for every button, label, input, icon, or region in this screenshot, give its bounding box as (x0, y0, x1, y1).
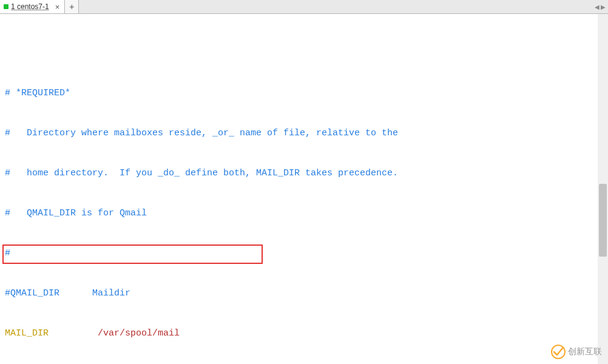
vertical-scrollbar[interactable] (598, 14, 608, 364)
file-line-mail-dir: MAIL_DIR/var/spool/mail (5, 327, 598, 340)
tab-close-button[interactable]: × (55, 2, 60, 12)
file-line: #QMAIL_DIR Maildir (5, 287, 598, 300)
terminal-wrap: # *REQUIRED* # Directory where mailboxes… (0, 14, 608, 364)
scrollbar-thumb[interactable] (599, 184, 607, 257)
file-line: # *REQUIRED* (5, 87, 598, 100)
file-line (5, 47, 598, 60)
terminal-tab[interactable]: 1 centos7-1 × (0, 0, 65, 13)
status-dot-icon (4, 4, 8, 9)
tab-nav-left-icon[interactable]: ◀ (595, 4, 600, 10)
file-line: # Directory where mailboxes reside, _or_… (5, 127, 598, 140)
tab-nav: ◀ ▶ (595, 0, 608, 13)
tab-strip: 1 centos7-1 × + ◀ ▶ (0, 0, 608, 14)
file-line: # home directory. If you _do_ define bot… (5, 167, 598, 180)
file-line: # QMAIL_DIR is for Qmail (5, 207, 598, 220)
tab-label: 1 centos7-1 (11, 2, 49, 11)
terminal[interactable]: # *REQUIRED* # Directory where mailboxes… (0, 14, 598, 364)
tab-nav-right-icon[interactable]: ▶ (601, 4, 606, 10)
new-tab-button[interactable]: + (65, 0, 79, 13)
file-line: # (5, 247, 598, 260)
